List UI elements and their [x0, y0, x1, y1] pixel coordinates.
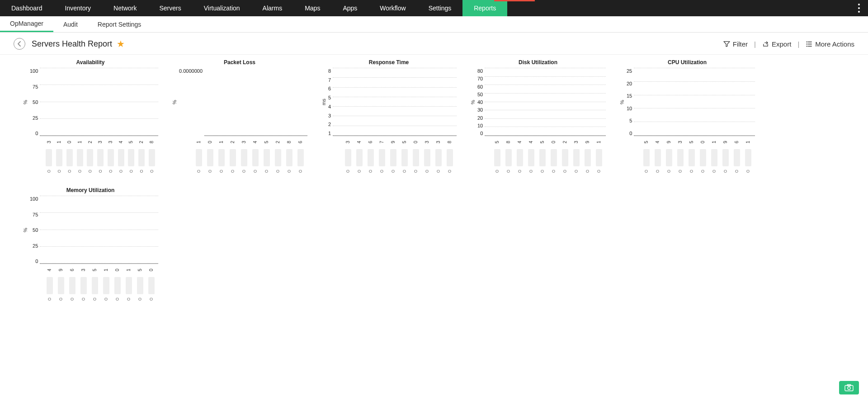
list-icon	[806, 41, 812, 47]
x-tick: 2O	[560, 137, 570, 174]
nav-item-apps[interactable]: Apps	[331, 0, 368, 16]
x-tick: 5O	[687, 137, 696, 174]
chart-title: Availability	[23, 59, 158, 66]
x-tick: 8O	[284, 137, 294, 174]
x-tick: 4O	[515, 137, 524, 174]
page-title: Servers Health Report	[32, 39, 112, 49]
chart-availability: Availability%10075502503O1O0O1O2O3O3O4O5…	[23, 59, 158, 174]
x-axis: 5O8O4O4O5O0O2O3O9O1O	[490, 136, 606, 174]
plot-area	[333, 68, 457, 136]
subnav-item-audit[interactable]: Audit	[53, 16, 88, 32]
x-tick: 2O	[273, 137, 283, 174]
x-tick: 1O	[75, 137, 84, 174]
x-tick: 9O	[388, 137, 398, 174]
x-tick: 5O	[492, 137, 502, 174]
nav-item-dashboard[interactable]: Dashboard	[0, 0, 54, 16]
x-tick: 0O	[411, 137, 420, 174]
chart-title: Disk Utilization	[470, 59, 606, 66]
x-tick: 2O	[137, 137, 146, 174]
x-tick: 5O	[538, 137, 547, 174]
filter-button[interactable]: Filter	[723, 40, 748, 48]
nav-item-servers[interactable]: Servers	[148, 0, 192, 16]
nav-item-inventory[interactable]: Inventory	[54, 0, 103, 16]
header-actions: Filter | Export | More Actions	[723, 40, 854, 48]
x-tick: 9O	[721, 137, 730, 174]
x-tick: 4O	[653, 137, 662, 174]
nav-item-workflow[interactable]: Workflow	[368, 0, 417, 16]
chart-disk-util: Disk Utilization%807060504030201005O8O4O…	[470, 59, 606, 174]
y-axis-label: %	[470, 68, 476, 136]
x-tick: 2O	[86, 137, 94, 174]
x-tick: 0O	[113, 265, 122, 301]
nav-item-virtualization[interactable]: Virtualization	[193, 0, 251, 16]
x-tick: 3O	[79, 265, 88, 301]
top-nav: DashboardInventoryNetworkServersVirtuali…	[0, 0, 868, 16]
x-tick: 3O	[106, 137, 115, 174]
x-tick: 5O	[642, 137, 651, 174]
x-tick: 3O	[434, 137, 443, 174]
back-button[interactable]	[14, 38, 25, 50]
chart-packet-loss: Packet Loss%0.00000001O0O1O2O3O4O5O2O8O6…	[172, 59, 307, 174]
nav-item-maps[interactable]: Maps	[293, 0, 331, 16]
subnav-item-report-settings[interactable]: Report Settings	[88, 16, 151, 32]
x-tick: 3O	[571, 137, 581, 174]
x-tick: 7O	[377, 137, 387, 174]
export-icon	[762, 41, 769, 47]
nav-item-settings[interactable]: Settings	[417, 0, 463, 16]
x-tick: 0O	[205, 137, 215, 174]
separator: |	[754, 40, 756, 48]
x-tick: 6O	[67, 265, 77, 301]
x-tick: 1O	[194, 137, 203, 174]
subnav-item-opmanager[interactable]: OpManager	[0, 16, 53, 32]
x-tick: 6O	[296, 137, 305, 174]
funnel-icon	[723, 41, 730, 47]
export-label: Export	[772, 40, 791, 48]
x-tick: 8O	[445, 137, 454, 174]
x-tick: 5O	[127, 137, 136, 174]
chart-title: CPU Utilization	[619, 59, 755, 66]
y-axis-ticks: 80706050403020100	[476, 68, 485, 136]
x-axis: 3O4O6O7O9O5O0O3O3O8O	[341, 136, 457, 174]
x-tick: 2O	[228, 137, 237, 174]
x-tick: 1O	[217, 137, 226, 174]
x-axis: 5O4O9O3O5O0O1O9O6O1O	[639, 136, 755, 174]
y-axis-label: %	[23, 196, 29, 264]
x-tick: 1O	[594, 137, 604, 174]
sub-nav: OpManagerAuditReport Settings	[0, 16, 868, 33]
x-tick: 4O	[117, 137, 125, 174]
chart-mem-util: Memory Utilization%10075502504O9O6O3O5O1…	[23, 187, 158, 301]
x-tick: 1O	[709, 137, 719, 174]
x-tick: 5O	[400, 137, 409, 174]
x-tick: 3O	[675, 137, 685, 174]
x-tick: 4O	[354, 137, 364, 174]
page-header: Servers Health Report ★ Filter | Export …	[0, 33, 868, 55]
x-tick: 8O	[504, 137, 513, 174]
filter-label: Filter	[733, 40, 748, 48]
nav-item-alarms[interactable]: Alarms	[251, 0, 294, 16]
x-tick: 5O	[135, 265, 145, 301]
x-tick: 9O	[583, 137, 592, 174]
x-tick: 1O	[124, 265, 133, 301]
nav-item-reports[interactable]: Reports	[462, 0, 507, 16]
export-button[interactable]: Export	[762, 40, 791, 48]
y-axis-label: %	[23, 68, 29, 136]
more-actions-label: More Actions	[815, 40, 854, 48]
nav-item-network[interactable]: Network	[102, 0, 148, 16]
x-tick: 1O	[101, 265, 111, 301]
x-axis: 4O9O6O3O5O1O0O1O5O0O	[42, 264, 158, 301]
plot-area	[485, 68, 606, 136]
x-tick: 8O	[147, 137, 156, 174]
charts-grid: Availability%10075502503O1O0O1O2O3O3O4O5…	[0, 55, 868, 319]
x-tick: 5O	[262, 137, 271, 174]
x-tick: 3O	[239, 137, 249, 174]
x-tick: 9O	[664, 137, 674, 174]
overflow-menu-button[interactable]	[850, 0, 868, 16]
y-axis-ticks: 1007550250	[29, 196, 40, 264]
x-tick: 1O	[55, 137, 64, 174]
plot-area	[634, 68, 755, 136]
x-tick: 0O	[549, 137, 558, 174]
favorite-star-icon[interactable]: ★	[117, 38, 125, 49]
y-axis-label: %	[619, 68, 626, 136]
x-tick: 0O	[698, 137, 708, 174]
more-actions-button[interactable]: More Actions	[806, 40, 854, 48]
